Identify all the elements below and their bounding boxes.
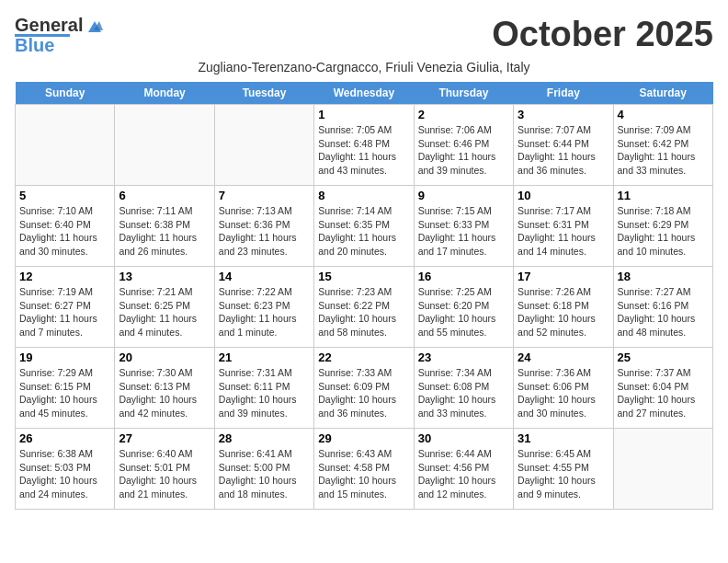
day-header-wednesday: Wednesday: [314, 82, 414, 105]
calendar-cell: [115, 105, 214, 186]
calendar-cell: 12Sunrise: 7:19 AMSunset: 6:27 PMDayligh…: [16, 267, 115, 348]
calendar-cell: [16, 105, 115, 186]
cell-info: Sunrise: 7:17 AMSunset: 6:31 PMDaylight:…: [518, 204, 609, 259]
date-number: 4: [618, 108, 709, 121]
cell-info: Sunrise: 7:18 AMSunset: 6:29 PMDaylight:…: [618, 204, 709, 259]
cell-info: Sunrise: 7:06 AMSunset: 6:46 PMDaylight:…: [418, 123, 509, 178]
cell-info: Sunrise: 7:11 AMSunset: 6:38 PMDaylight:…: [119, 204, 210, 259]
cell-info: Sunrise: 6:44 AMSunset: 4:56 PMDaylight:…: [418, 447, 509, 501]
cell-info: Sunrise: 7:15 AMSunset: 6:33 PMDaylight:…: [418, 204, 509, 259]
cell-info: Sunrise: 6:38 AMSunset: 5:03 PMDaylight:…: [19, 447, 110, 501]
cell-info: Sunrise: 6:40 AMSunset: 5:01 PMDaylight:…: [119, 447, 210, 501]
date-number: 31: [518, 431, 609, 445]
page-subtitle: Zugliano-Terenzano-Cargnacco, Friuli Ven…: [15, 60, 713, 75]
calendar-cell: 5Sunrise: 7:10 AMSunset: 6:40 PMDaylight…: [16, 186, 115, 267]
cell-info: Sunrise: 7:33 AMSunset: 6:09 PMDaylight:…: [318, 366, 409, 420]
date-number: 24: [518, 350, 609, 364]
calendar-cell: 26Sunrise: 6:38 AMSunset: 5:03 PMDayligh…: [16, 429, 115, 510]
calendar-cell: 8Sunrise: 7:14 AMSunset: 6:35 PMDaylight…: [314, 186, 414, 267]
calendar-cell: 15Sunrise: 7:23 AMSunset: 6:22 PMDayligh…: [314, 267, 414, 348]
calendar-header-row: SundayMondayTuesdayWednesdayThursdayFrid…: [16, 82, 713, 105]
day-header-saturday: Saturday: [613, 82, 712, 105]
cell-info: Sunrise: 6:45 AMSunset: 4:55 PMDaylight:…: [518, 447, 609, 501]
logo-icon: [85, 16, 105, 36]
day-header-friday: Friday: [514, 82, 613, 105]
cell-info: Sunrise: 7:14 AMSunset: 6:35 PMDaylight:…: [318, 204, 409, 259]
date-number: 15: [318, 270, 409, 283]
cell-info: Sunrise: 7:26 AMSunset: 6:18 PMDaylight:…: [518, 285, 609, 339]
calendar-cell: 29Sunrise: 6:43 AMSunset: 4:58 PMDayligh…: [314, 429, 414, 510]
calendar-cell: 23Sunrise: 7:34 AMSunset: 6:08 PMDayligh…: [414, 348, 513, 429]
cell-info: Sunrise: 7:21 AMSunset: 6:25 PMDaylight:…: [119, 285, 210, 339]
calendar-cell: 14Sunrise: 7:22 AMSunset: 6:23 PMDayligh…: [214, 267, 313, 348]
calendar-cell: 3Sunrise: 7:07 AMSunset: 6:44 PMDaylight…: [514, 105, 613, 186]
cell-info: Sunrise: 7:19 AMSunset: 6:27 PMDaylight:…: [19, 285, 110, 339]
day-header-thursday: Thursday: [414, 82, 513, 105]
date-number: 20: [119, 350, 210, 364]
calendar-week-5: 26Sunrise: 6:38 AMSunset: 5:03 PMDayligh…: [16, 429, 713, 510]
date-number: 8: [318, 189, 409, 202]
calendar-week-3: 12Sunrise: 7:19 AMSunset: 6:27 PMDayligh…: [16, 267, 713, 348]
date-number: 22: [318, 350, 409, 364]
cell-info: Sunrise: 6:43 AMSunset: 4:58 PMDaylight:…: [318, 447, 409, 501]
date-number: 23: [418, 350, 509, 364]
calendar-week-2: 5Sunrise: 7:10 AMSunset: 6:40 PMDaylight…: [16, 186, 713, 267]
cell-info: Sunrise: 7:31 AMSunset: 6:11 PMDaylight:…: [219, 366, 310, 420]
calendar-cell: [214, 105, 313, 186]
cell-info: Sunrise: 7:22 AMSunset: 6:23 PMDaylight:…: [219, 285, 310, 339]
calendar-cell: 7Sunrise: 7:13 AMSunset: 6:36 PMDaylight…: [214, 186, 313, 267]
date-number: 13: [119, 270, 210, 283]
date-number: 10: [518, 189, 609, 202]
cell-info: Sunrise: 7:36 AMSunset: 6:06 PMDaylight:…: [518, 366, 609, 420]
calendar-cell: 28Sunrise: 6:41 AMSunset: 5:00 PMDayligh…: [214, 429, 313, 510]
date-number: 18: [618, 270, 709, 283]
cell-info: Sunrise: 7:09 AMSunset: 6:42 PMDaylight:…: [618, 123, 709, 178]
logo-general: General: [15, 15, 83, 36]
cell-info: Sunrise: 7:23 AMSunset: 6:22 PMDaylight:…: [318, 285, 409, 339]
date-number: 21: [219, 350, 310, 364]
calendar-cell: 18Sunrise: 7:27 AMSunset: 6:16 PMDayligh…: [613, 267, 712, 348]
date-number: 17: [518, 270, 609, 283]
cell-info: Sunrise: 7:34 AMSunset: 6:08 PMDaylight:…: [418, 366, 509, 420]
date-number: 7: [219, 189, 310, 202]
calendar-cell: 19Sunrise: 7:29 AMSunset: 6:15 PMDayligh…: [16, 348, 115, 429]
cell-info: Sunrise: 7:30 AMSunset: 6:13 PMDaylight:…: [119, 366, 210, 420]
cell-info: Sunrise: 7:13 AMSunset: 6:36 PMDaylight:…: [219, 204, 310, 259]
month-title: October 2025: [492, 15, 713, 54]
date-number: 30: [418, 431, 509, 445]
date-number: 27: [119, 431, 210, 445]
calendar-table: SundayMondayTuesdayWednesdayThursdayFrid…: [15, 82, 713, 510]
calendar-cell: 2Sunrise: 7:06 AMSunset: 6:46 PMDaylight…: [414, 105, 513, 186]
date-number: 29: [318, 431, 409, 445]
logo: General Blue: [15, 15, 105, 56]
calendar-cell: 11Sunrise: 7:18 AMSunset: 6:29 PMDayligh…: [613, 186, 712, 267]
day-header-monday: Monday: [115, 82, 214, 105]
date-number: 9: [418, 189, 509, 202]
date-number: 5: [19, 189, 110, 202]
calendar-cell: 27Sunrise: 6:40 AMSunset: 5:01 PMDayligh…: [115, 429, 214, 510]
cell-info: Sunrise: 7:27 AMSunset: 6:16 PMDaylight:…: [618, 285, 709, 339]
calendar-week-1: 1Sunrise: 7:05 AMSunset: 6:48 PMDaylight…: [16, 105, 713, 186]
cell-info: Sunrise: 6:41 AMSunset: 5:00 PMDaylight:…: [219, 447, 310, 501]
date-number: 3: [518, 108, 609, 121]
calendar-cell: 4Sunrise: 7:09 AMSunset: 6:42 PMDaylight…: [613, 105, 712, 186]
calendar-cell: 6Sunrise: 7:11 AMSunset: 6:38 PMDaylight…: [115, 186, 214, 267]
cell-info: Sunrise: 7:37 AMSunset: 6:04 PMDaylight:…: [618, 366, 709, 420]
calendar-week-4: 19Sunrise: 7:29 AMSunset: 6:15 PMDayligh…: [16, 348, 713, 429]
day-header-sunday: Sunday: [16, 82, 115, 105]
date-number: 19: [19, 350, 110, 364]
calendar-cell: 25Sunrise: 7:37 AMSunset: 6:04 PMDayligh…: [613, 348, 712, 429]
date-number: 26: [19, 431, 110, 445]
calendar-cell: 13Sunrise: 7:21 AMSunset: 6:25 PMDayligh…: [115, 267, 214, 348]
cell-info: Sunrise: 7:05 AMSunset: 6:48 PMDaylight:…: [318, 123, 409, 178]
calendar-cell: 22Sunrise: 7:33 AMSunset: 6:09 PMDayligh…: [314, 348, 414, 429]
page-header: General Blue October 2025: [15, 15, 713, 56]
calendar-cell: [613, 429, 712, 510]
date-number: 6: [119, 189, 210, 202]
cell-info: Sunrise: 7:29 AMSunset: 6:15 PMDaylight:…: [19, 366, 110, 420]
cell-info: Sunrise: 7:07 AMSunset: 6:44 PMDaylight:…: [518, 123, 609, 178]
date-number: 2: [418, 108, 509, 121]
calendar-cell: 20Sunrise: 7:30 AMSunset: 6:13 PMDayligh…: [115, 348, 214, 429]
date-number: 12: [19, 270, 110, 283]
calendar-cell: 9Sunrise: 7:15 AMSunset: 6:33 PMDaylight…: [414, 186, 513, 267]
